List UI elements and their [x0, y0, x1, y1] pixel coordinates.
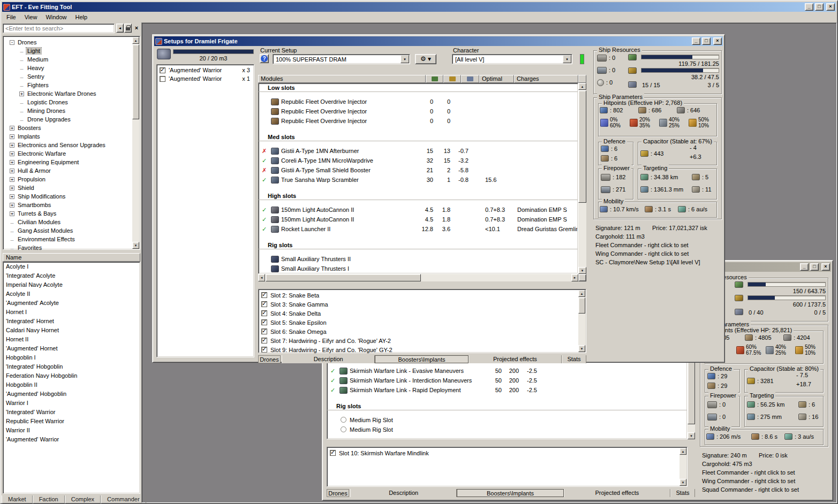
module-row[interactable]: ✓ True Sansha Warp Scrambler 30 1 -0.8 1… [259, 175, 578, 185]
dropdown-arrow-icon[interactable]: ▼ [563, 55, 571, 63]
implant-row[interactable]: Slot 9: Hardwiring - Eifyr and Co. 'Rogu… [259, 345, 586, 354]
tree-expand-box[interactable] [10, 246, 14, 250]
tree-item[interactable]: Environmental Effects [3, 235, 140, 243]
list-item[interactable]: 'Augmented' Hornet [3, 344, 140, 353]
bg-close-button[interactable]: × [821, 263, 830, 271]
squad-commander-line[interactable]: Squad Commander - right click to set [702, 486, 799, 493]
scrollbar-thumb[interactable] [578, 90, 586, 203]
scroll-down-button[interactable]: ▼ [688, 432, 695, 439]
bottom-tab[interactable]: Description [350, 489, 457, 497]
tree-expand-box[interactable] [19, 117, 24, 122]
setup-maximize-button[interactable]: □ [702, 37, 711, 45]
powergrid-column-header[interactable] [443, 75, 461, 83]
bottom-tab[interactable]: Projected effects [469, 355, 562, 363]
list-item[interactable]: 'Augmented' Acolyte [3, 299, 140, 308]
tree-item[interactable]: Drone Upgrades [3, 115, 140, 124]
list-item[interactable]: 'Integrated' Hobgoblin [3, 362, 140, 371]
module-row[interactable]: ✓ 150mm Light AutoCannon II 4.5 1.8 0.7+… [259, 215, 578, 225]
tree-item[interactable]: + Turrets & Bays [3, 209, 140, 218]
setup-window-dramiel[interactable]: Setups for Dramiel Frigate _ □ × 20 / 20… [152, 34, 725, 363]
tree-expand-box[interactable]: + [10, 177, 14, 182]
tree-item[interactable]: + Electronics and Sensor Upgrades [3, 141, 140, 149]
tree-item[interactable]: + Ship Modifications [3, 192, 140, 201]
dock-tab[interactable]: Complex [65, 495, 101, 503]
tree-expand-box[interactable]: + [10, 194, 14, 199]
main-titlebar[interactable]: EFT - Eve Fitting Tool _ □ × [2, 2, 836, 12]
tree-item[interactable]: + Boosters [3, 124, 140, 132]
tree-expand-box[interactable] [19, 49, 24, 54]
modules-hscrollbar[interactable]: ◄ ► [258, 274, 578, 281]
module-row[interactable]: Medium Rig Slot [327, 416, 687, 425]
list-item[interactable]: Warrior II [3, 426, 140, 435]
implant-checkbox[interactable] [261, 329, 267, 334]
tree-expand-box[interactable]: + [10, 126, 14, 131]
implant-row[interactable]: Slot 5: Snake Epsilon [259, 318, 586, 327]
tree-expand-box[interactable]: + [10, 169, 14, 173]
scroll-up-button[interactable]: ▲ [578, 290, 585, 297]
tree-expand-box[interactable] [19, 74, 24, 79]
module-row[interactable]: Small Auxiliary Thrusters II [259, 255, 578, 264]
tree-item[interactable]: + Propulsion [3, 175, 140, 184]
search-input[interactable]: <Enter text to search> [3, 24, 115, 33]
tree-item[interactable]: Favorites [3, 243, 140, 252]
implant-row[interactable]: Slot 3: Snake Gamma [259, 300, 586, 309]
module-row[interactable]: ✓ Coreli A-Type 1MN MicroWarpdrive 32 15… [259, 156, 578, 166]
module-row[interactable]: ✓ Skirmish Warfare Link - Evasive Maneuv… [327, 366, 687, 376]
tree-expand-box[interactable] [10, 228, 14, 233]
dock-tab[interactable]: Commander [101, 495, 146, 503]
drone-checkbox[interactable] [160, 76, 165, 82]
module-row[interactable]: ✗ Gistii A-Type Small Shield Booster 21 … [259, 166, 578, 175]
bottom-tab[interactable]: Stats [670, 489, 695, 497]
tree-scrollbar[interactable]: ▲ ▼ [132, 37, 139, 249]
implant-row[interactable]: Slot 10: Skirmish Warfare Mindlink [327, 448, 687, 457]
menu-item[interactable]: Window [41, 13, 71, 21]
module-row[interactable]: Med slots [259, 134, 578, 141]
module-row[interactable]: Republic Fleet Overdrive Injector 0 0 [259, 117, 578, 126]
bottom-tab[interactable]: Drones [327, 489, 349, 497]
drone-row[interactable]: 'Augmented' Warrior x 1 [157, 74, 254, 83]
list-item[interactable]: Federation Navy Hobgoblin [3, 371, 140, 380]
tree-item[interactable]: Medium [3, 55, 140, 64]
scroll-down-button[interactable]: ▼ [132, 242, 139, 249]
implant-checkbox[interactable] [261, 292, 267, 298]
list-item[interactable]: 'Integrated' Hornet [3, 317, 140, 326]
tree-expand-box[interactable] [19, 100, 24, 105]
tree-item[interactable]: + Shield [3, 184, 140, 192]
tree-item[interactable]: Sentry [3, 72, 140, 81]
fleet-commander-line[interactable]: Fleet Commander - right click to set [702, 469, 795, 476]
list-item[interactable]: 'Integrated' Warrior [3, 408, 140, 417]
search-close-button[interactable]: × [133, 24, 140, 32]
tree-item[interactable]: Fighters [3, 81, 140, 89]
tree-expand-box[interactable]: + [10, 143, 14, 148]
setup-close-button[interactable]: × [713, 37, 722, 45]
module-row[interactable]: Rig slots [259, 242, 578, 249]
tree-item[interactable]: + Hull & Armor [3, 166, 140, 175]
collapse-panel-button[interactable]: ◄ [116, 24, 124, 33]
bottom-tab[interactable]: Stats [562, 355, 586, 363]
tree-expand-box[interactable]: + [10, 211, 14, 216]
character-select[interactable]: [All level V] ▼ [452, 54, 572, 64]
scroll-up-button[interactable]: ▲ [680, 448, 686, 455]
menu-item[interactable]: Help [71, 13, 92, 21]
list-item[interactable]: Imperial Navy Acolyte [3, 280, 140, 289]
bottom-tab[interactable]: Drones [258, 355, 281, 363]
scroll-right-button[interactable]: ► [571, 274, 578, 281]
tree-item[interactable]: Gang Assist Modules [3, 226, 140, 235]
module-row[interactable]: ✓ Skirmish Warfare Link - Rapid Deployme… [327, 386, 687, 395]
module-row[interactable]: ✗ Gistii A-Type 1MN Afterburner 15 13 -0… [259, 147, 578, 156]
tree-item[interactable]: Mining Drones [3, 106, 140, 115]
list-item[interactable]: Hornet I [3, 308, 140, 317]
module-row[interactable]: Medium Rig Slot [327, 425, 687, 435]
list-item[interactable]: Hornet II [3, 335, 140, 344]
module-row[interactable]: High slots [259, 193, 578, 200]
implant-row[interactable]: Slot 6: Snake Omega [259, 327, 586, 336]
tree-item[interactable]: Logistic Drones [3, 98, 140, 106]
list-item[interactable]: Hobgoblin II [3, 380, 140, 390]
squad-commander-line[interactable]: SC - Claymore\New Setup 1\[All level V] [595, 259, 700, 265]
menu-item[interactable]: View [20, 13, 42, 21]
tree-item[interactable]: + Smartbombs [3, 201, 140, 209]
list-item[interactable]: Acolyte I [3, 262, 140, 271]
scroll-down-button[interactable]: ▼ [578, 267, 586, 274]
scroll-up-button[interactable]: ▲ [578, 83, 586, 90]
modules-vscrollbar[interactable]: ▲ ▼ [578, 83, 586, 274]
